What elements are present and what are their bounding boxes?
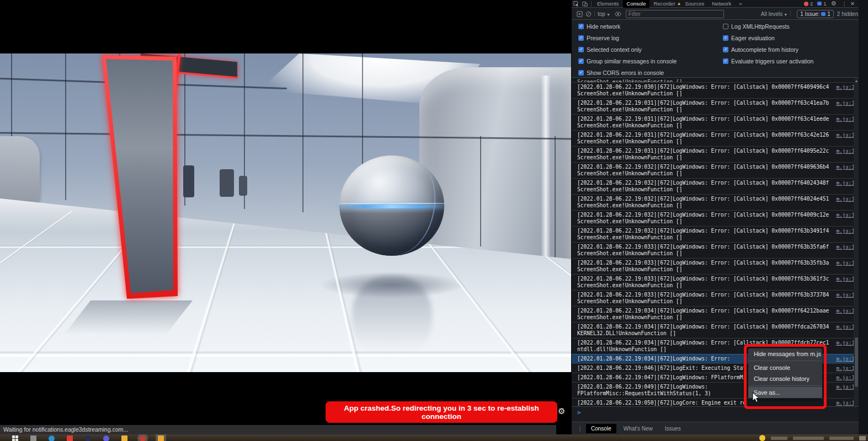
message-count[interactable]: 1 [823, 1, 826, 7]
source-link[interactable]: m.js:1 [832, 115, 855, 122]
source-link[interactable]: m.js:1 [832, 179, 855, 186]
devtools-menu-icon[interactable]: ⋮ [837, 1, 851, 7]
source-link[interactable]: m.js:1 [832, 227, 855, 234]
context-selector[interactable]: top▼ [597, 11, 611, 17]
taskbar-app-gray[interactable] [30, 435, 36, 441]
console-log-row[interactable]: [2022.01.28-06.22.19:032][672]LogWindows… [572, 226, 859, 242]
checked-checkbox-icon[interactable]: ✓ [578, 70, 584, 76]
source-link[interactable]: m.js:1 [832, 399, 855, 406]
console-prompt[interactable]: > [572, 406, 859, 422]
source-link[interactable]: m.js:1 [832, 374, 855, 381]
checked-checkbox-icon[interactable]: ✓ [578, 47, 584, 52]
console-log-row[interactable]: [2022.01.28-06.22.19:031][672]LogWindows… [572, 130, 859, 146]
source-link[interactable]: m.js:1 [832, 83, 855, 90]
live-expression-eye-icon[interactable] [614, 12, 622, 17]
console-log-row[interactable]: [2022.01.28-06.22.19:032][672]LogWindows… [572, 194, 859, 210]
taskbar-app-recording[interactable] [140, 435, 146, 441]
taskbar-app-dark-circle[interactable] [85, 435, 91, 441]
console-log-row[interactable]: [2022.01.28-06.22.19:031][672]LogWindows… [572, 114, 859, 130]
issues-button[interactable]: 1 Issue: 1 [797, 10, 834, 18]
source-link[interactable]: m.js:1 [832, 364, 855, 372]
menu-item-hide-messages[interactable]: Hide messages from m.js [748, 348, 822, 359]
source-link[interactable]: m.js:1 [832, 131, 855, 138]
console-log-row[interactable]: [2022.01.28-06.22.19:033][672]LogWindows… [572, 242, 859, 258]
checked-checkbox-icon[interactable]: ✓ [578, 35, 584, 41]
console-log-row[interactable]: [2022.01.28-06.22.19:034][672]LogWindows… [572, 322, 859, 338]
source-link[interactable]: m.js:1 [832, 243, 855, 250]
taskbar-app-red[interactable] [67, 435, 73, 441]
taskbar-folder[interactable] [121, 435, 127, 441]
windows-taskbar[interactable] [0, 434, 868, 441]
devtools-close-icon[interactable]: ✕ [850, 1, 859, 7]
checkbox-autocomplete-from-history[interactable]: ✓Autocomplete from history [723, 46, 798, 53]
source-link[interactable]: m.js:1 [832, 323, 855, 330]
tab-network[interactable]: Network [708, 0, 735, 8]
weather-icon[interactable] [759, 435, 765, 441]
device-toolbar-icon[interactable] [581, 1, 589, 7]
show-desktop-button[interactable] [859, 436, 866, 440]
console-log-row[interactable]: [2022.01.28-06.22.19:050][672]LogCore: E… [572, 398, 859, 406]
checked-checkbox-icon[interactable]: ✓ [578, 58, 584, 64]
taskbar-app-indigo-circle[interactable] [103, 435, 109, 441]
console-log-row[interactable]: [2022.01.28-06.22.19:032][672]LogWindows… [572, 178, 859, 194]
unchecked-checkbox-icon[interactable] [723, 24, 728, 29]
checkbox-hide-network[interactable]: ✓Hide network [578, 23, 620, 30]
console-log-row[interactable]: [2022.01.28-06.22.19:031][672]LogWindows… [572, 98, 859, 114]
console-log-row[interactable]: [2022.01.28-06.22.19:033][672]LogWindows… [572, 258, 859, 274]
settings-gear-icon[interactable]: ⚙ [558, 406, 565, 416]
checked-checkbox-icon[interactable]: ✓ [723, 58, 728, 64]
menu-item-clear-console[interactable]: Clear console [748, 362, 822, 373]
console-log-row[interactable]: [2022.01.28-06.22.19:033][672]LogWindows… [572, 274, 859, 290]
tab-recorder[interactable]: Recorder [649, 0, 679, 8]
tab-sources[interactable]: Sources [681, 0, 708, 8]
console-log-row[interactable]: [2022.01.28-06.22.19:034][672]LogWindows… [572, 306, 859, 322]
log-level-selector[interactable]: All levels▼ [761, 11, 787, 17]
tab-console[interactable]: Console [623, 0, 650, 8]
checked-checkbox-icon[interactable]: ✓ [723, 35, 728, 41]
source-link[interactable]: m.js:1 [832, 211, 855, 218]
scrollbar-thumb[interactable] [855, 337, 858, 387]
source-link[interactable]: m.js:1 [832, 147, 855, 154]
drawer-menu-icon[interactable]: ⋮ [572, 426, 586, 432]
source-link[interactable]: m.js:1 [832, 99, 855, 106]
inspect-element-icon[interactable] [572, 1, 581, 7]
clear-console-icon[interactable] [584, 11, 593, 17]
source-link[interactable]: m.js:1 [832, 355, 855, 362]
error-count[interactable]: 2 [810, 1, 813, 7]
checkbox-group-similar-messages-in-console[interactable]: ✓Group similar messages in console [578, 58, 677, 64]
console-log-row[interactable]: [2022.01.28-06.22.19:030][672]LogWindows… [572, 82, 859, 98]
checkbox-evaluate-triggers-user-activation[interactable]: ✓Evaluate triggers user activation [723, 58, 813, 64]
source-link[interactable]: m.js:1 [832, 291, 855, 298]
stream-viewport[interactable]: Waiting for notifications.eagle3dstreami… [0, 0, 571, 441]
checkbox-selected-context-only[interactable]: ✓Selected context only [578, 46, 642, 53]
taskbar-app-blue-circle[interactable] [49, 435, 55, 441]
taskbar-start-button[interactable] [12, 435, 18, 441]
source-link[interactable]: m.js:1 [832, 195, 855, 202]
source-link[interactable]: m.js:1 [832, 307, 855, 314]
console-log-row[interactable]: [2022.01.28-06.22.19:032][672]LogWindows… [572, 162, 859, 178]
checkbox-show-cors-errors-in-console[interactable]: ✓Show CORS errors in console [578, 69, 664, 76]
checked-checkbox-icon[interactable]: ✓ [723, 47, 728, 52]
devtools-settings-gear-icon[interactable]: ⚙ [831, 0, 837, 7]
console-log-row[interactable]: [2022.01.28-06.22.19:032][672]LogWindows… [572, 210, 859, 226]
console-sidebar-icon[interactable] [575, 11, 584, 17]
drawer-tab-console[interactable]: Console [586, 424, 616, 433]
source-link[interactable]: m.js:1 [832, 383, 855, 390]
source-link[interactable]: m.js:1 [832, 259, 855, 266]
checked-checkbox-icon[interactable]: ✓ [578, 24, 584, 29]
drawer-tab-whats-new[interactable]: What's New [619, 424, 658, 433]
drawer-tab-issues[interactable]: Issues [660, 424, 686, 433]
checkbox-eager-evaluation[interactable]: ✓Eager evaluation [723, 35, 775, 41]
checkbox-log-xmlhttprequests[interactable]: Log XMLHttpRequests [723, 23, 790, 30]
more-tabs-icon[interactable]: » [735, 0, 745, 8]
source-link[interactable]: m.js:1 [832, 163, 855, 170]
menu-item-clear-console-history[interactable]: Clear console history [748, 373, 822, 384]
console-log-row[interactable]: [2022.01.28-06.22.19:031][672]LogWindows… [572, 146, 859, 162]
console-log-row[interactable]: [2022.01.28-06.22.19:033][672]LogWindows… [572, 290, 859, 306]
filter-input[interactable] [626, 10, 724, 18]
tab-elements[interactable]: Elements [593, 0, 623, 8]
source-link[interactable]: m.js:1 [832, 275, 855, 282]
taskbar-app-orange-active[interactable] [158, 435, 164, 441]
system-tray-icons[interactable] [793, 437, 824, 440]
source-link[interactable]: m.js:1 [832, 339, 855, 346]
